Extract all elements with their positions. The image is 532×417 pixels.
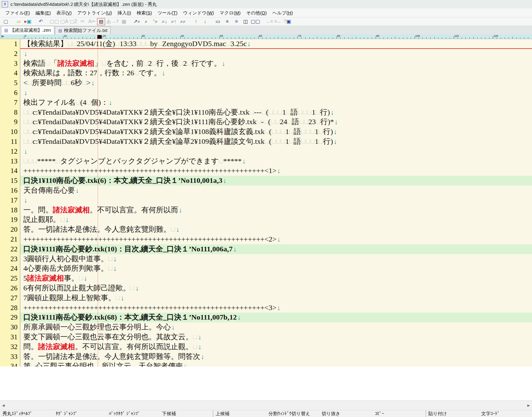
menu-item-4[interactable]: 挿入(I) bbox=[115, 9, 134, 17]
line-text[interactable]: 検索結果は，語数：27，行数：26です。↓ bbox=[20, 68, 532, 78]
help-icon[interactable]: ?▣ bbox=[284, 18, 291, 25]
menu-item-2[interactable]: 表示(V) bbox=[54, 9, 75, 17]
text-area[interactable]: 1【検索結果】25/04/11(金)13:33byZengogyoDVD5.ma… bbox=[0, 39, 532, 367]
keybar-item-6[interactable]: 切り抜き bbox=[319, 410, 372, 417]
line-text[interactable]: 口決1¥110南岳心要.txk(6)：本文,續天全_口決１’No110,001a… bbox=[20, 176, 532, 186]
tab-1[interactable]: ▤検索開始ファイル.txt bbox=[55, 26, 111, 34]
cut-append-icon[interactable]: A✂ bbox=[88, 18, 96, 25]
line-number: 21 bbox=[0, 234, 20, 244]
search-all-icon[interactable]: ⌕⌕ bbox=[179, 18, 187, 25]
menu-item-10[interactable]: ヘルプ(H) bbox=[270, 9, 296, 17]
search-jump-icon[interactable]: ↗⌕ bbox=[133, 18, 141, 25]
paste-history-icon[interactable]: ▢2 bbox=[69, 18, 77, 25]
copy-icon[interactable]: ▢▢ bbox=[50, 18, 59, 25]
keybar-item-0[interactable]: 秀丸ｴﾃﾞｨﾀﾍﾙﾌﾟ bbox=[0, 410, 53, 417]
space-mark bbox=[265, 140, 269, 144]
space-mark bbox=[276, 140, 280, 144]
newline-mark: ↓ bbox=[23, 196, 27, 204]
line-text[interactable]: ↓ bbox=[20, 88, 532, 98]
compare-icon[interactable]: ≡ bbox=[223, 18, 231, 25]
line-text[interactable]: 一。問。諸法寂滅相。不可以言宣。有何所以而↓ bbox=[20, 205, 532, 215]
newline-mark: ↓ bbox=[221, 60, 225, 67]
indent-icon[interactable]: →≡ bbox=[265, 18, 273, 25]
keybar-item-8[interactable]: 貼り付け bbox=[426, 410, 479, 417]
window-cascade-icon[interactable]: ▢▢ bbox=[251, 18, 260, 25]
horizontal-scrollbar[interactable]: ◀ ▶ bbox=[0, 400, 532, 410]
line-text[interactable]: 検索語「諸法寂滅相」を含む，前2行，後2行です。↓ bbox=[20, 59, 532, 69]
space-mark bbox=[272, 130, 276, 134]
pattern-icon[interactable]: ▩ bbox=[120, 18, 128, 25]
line-text[interactable]: 所禀承圓頓一心三觀妙理也云事分明上。今心↓ bbox=[20, 322, 532, 332]
keybar-item-3[interactable]: 下候補 bbox=[160, 410, 213, 417]
search-icon[interactable]: ⌕ bbox=[142, 18, 150, 25]
line-text[interactable]: 7圓頓止觀限上根上智歟事。↓ bbox=[20, 293, 532, 303]
line-text[interactable]: c:¥TendaiData¥DVD5¥4Data¥TXK¥２續天全¥口決1¥11… bbox=[20, 108, 532, 117]
editor-line-29: 29口決1¥111南岳心要鈔.txk(68)：本文,續天全_口決１’No111,… bbox=[0, 313, 532, 322]
menu-item-9[interactable]: その他(O) bbox=[243, 9, 269, 17]
line-text[interactable]: 答。一切諸法本是佛法。今人意鈍玄覽則難。↓ bbox=[20, 225, 532, 234]
search-prev-icon[interactable]: ⌕↑ bbox=[170, 18, 178, 25]
menu-item-5[interactable]: 検索(S) bbox=[134, 9, 155, 17]
line-text[interactable]: c:¥TendaiData¥DVD5¥4Data¥TXK¥２續天全¥論草2¥10… bbox=[20, 137, 532, 147]
keybar-item-5[interactable]: 分割ｳｨﾝﾄﾞｳ切り替え bbox=[266, 410, 319, 417]
keybar-item-1[interactable]: ﾀｸﾞ ｼﾞｬﾝﾌﾟ bbox=[53, 410, 106, 417]
scroll-left-icon[interactable]: ◀ bbox=[0, 403, 7, 407]
line-text[interactable]: 【検索結果】25/04/11(金)13:33byZengogyoDVD5.mac… bbox=[20, 39, 532, 49]
space-mark bbox=[301, 130, 305, 134]
tab-0[interactable]: ▤【諸法寂滅相】.zen bbox=[1, 26, 54, 34]
scroll-right-icon[interactable]: ▶ bbox=[525, 403, 532, 407]
line-text[interactable]: 4心要南岳大師所判歟事。↓ bbox=[20, 264, 532, 273]
undo-icon[interactable]: ↶ bbox=[37, 18, 45, 25]
line-text[interactable]: ↓ bbox=[20, 195, 532, 205]
cut-icon[interactable]: ✂ bbox=[79, 18, 87, 25]
line-text[interactable]: ↓ bbox=[20, 49, 532, 59]
line-text[interactable]: *****タグジャンプとバックタグジャンプができます*****↓ bbox=[20, 156, 532, 166]
kana-convert-icon[interactable]: あ→ｱ bbox=[106, 18, 119, 25]
menu-item-3[interactable]: アウトライン(U) bbox=[75, 9, 115, 17]
line-text[interactable]: c:¥TendaiData¥DVD5¥4Data¥TXK¥２續天全¥論草1¥10… bbox=[20, 127, 532, 137]
line-text[interactable]: 天台傳南岳心要↓ bbox=[20, 186, 532, 195]
line-text[interactable]: ++++++++++++++++++++++++++++++++++++++++… bbox=[20, 166, 532, 176]
line-text[interactable]: 5諸法寂滅相事。↓ bbox=[20, 273, 532, 283]
copy-append-icon[interactable]: ▢A bbox=[60, 18, 68, 25]
tag-jump-icon[interactable]: ▭ bbox=[214, 18, 222, 25]
keybar-item-4[interactable]: 上候補 bbox=[213, 410, 266, 417]
line-text[interactable]: 要文下圓頓一心三觀也云事在文分明也。其故文云。↓ bbox=[20, 332, 532, 342]
menu-item-8[interactable]: マクロ(M) bbox=[217, 9, 244, 17]
new-file-icon[interactable]: ▢ bbox=[2, 18, 10, 25]
line-text[interactable]: 説止觀耶。↓ bbox=[20, 215, 532, 225]
line-text[interactable]: 問。諸法寂滅相。不可以言宣。有何所以而説止觀。↓ bbox=[20, 342, 532, 352]
search-next-icon[interactable]: ⌕↓ bbox=[161, 18, 169, 25]
search-new-icon[interactable]: *⌕ bbox=[151, 18, 159, 25]
prev-hit-icon[interactable]: ↑ bbox=[192, 18, 200, 25]
line-text[interactable]: c:¥TendaiData¥DVD5¥4Data¥TXK¥２續天全¥口決1¥11… bbox=[20, 117, 532, 127]
line-text[interactable]: ++++++++++++++++++++++++++++++++++++++++… bbox=[20, 234, 532, 244]
line-text[interactable]: 第心三觀云事分明也。所以文云。天台智者傳南↓ bbox=[20, 361, 532, 367]
unindent-icon[interactable]: ≡← bbox=[274, 18, 282, 25]
line-text[interactable]: 答。一切諸法本是佛法。今人意鈍玄覽即難等。問答次↓ bbox=[20, 352, 532, 362]
menu-item-0[interactable]: ファイル(F) bbox=[2, 9, 33, 17]
line-text[interactable]: 口決1¥111南岳心要鈔.txk(68)：本文,續天全_口決１’No111,00… bbox=[20, 313, 532, 322]
save-file-icon[interactable]: ▸▣ bbox=[24, 18, 32, 25]
menu-item-7[interactable]: ウィンドウ(W) bbox=[180, 9, 217, 17]
outline-icon[interactable]: ≡ bbox=[233, 18, 241, 25]
menu-item-1[interactable]: 編集(E) bbox=[33, 9, 54, 17]
split-window-icon[interactable]: ◫ bbox=[242, 18, 250, 25]
menu-item-6[interactable]: ツール(T) bbox=[155, 9, 180, 17]
next-hit-icon[interactable]: ↓ bbox=[201, 18, 209, 25]
tab-label: 【諸法寂滅相】.zen bbox=[10, 27, 51, 33]
keybar-item-7[interactable]: ｺﾋﾟｰ bbox=[372, 410, 425, 417]
line-text[interactable]: 6有何所以而説止觀大師己證歟。↓ bbox=[20, 283, 532, 293]
box-select-icon[interactable]: ▤ bbox=[97, 18, 105, 25]
keybar-item-9[interactable]: 文字ｺｰﾄﾞ bbox=[479, 410, 532, 417]
line-text[interactable]: ++++++++++++++++++++++++++++++++++++++++… bbox=[20, 303, 532, 313]
menu-bar: ファイル(F)編集(E)表示(V)アウトライン(U)挿入(I)検索(S)ツール(… bbox=[0, 9, 532, 18]
line-text[interactable]: ↓ bbox=[20, 147, 532, 156]
open-file-icon[interactable]: ▱ bbox=[15, 18, 23, 25]
keybar-item-2[interactable]: ﾊﾞｯｸﾀｸﾞ ｼﾞｬﾝﾌﾟ bbox=[106, 410, 159, 417]
line-text[interactable]: 検出ファイル名(4個)：↓ bbox=[20, 98, 532, 108]
space-mark bbox=[219, 159, 223, 163]
line-text[interactable]: 口決1¥111南岳心要鈔.txk(10)：目次,續天全_口決１’No111,00… bbox=[20, 244, 532, 254]
line-text[interactable]: 3圓頓行人初心觀中道事。↓ bbox=[20, 254, 532, 264]
line-text[interactable]: <所要時間6秒>↓ bbox=[20, 78, 532, 88]
